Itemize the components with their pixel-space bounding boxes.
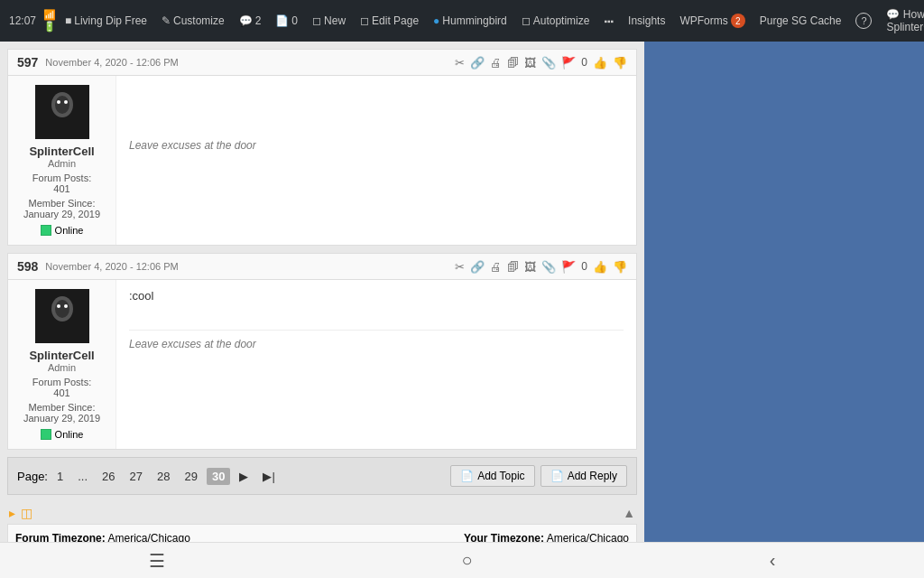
comment-bubble-icon: 💬	[886, 8, 900, 21]
drafts-item[interactable]: 📄 0	[270, 0, 303, 42]
purge-sg-item[interactable]: Purge SG Cache	[754, 0, 847, 42]
thumbup-icon[interactable]: 👍	[593, 56, 607, 70]
page-27[interactable]: 27	[125, 468, 148, 485]
author-name-598[interactable]: SplinterCell	[15, 349, 108, 362]
edit-page-icon: ◻	[360, 14, 369, 27]
online-dot-597	[41, 225, 51, 236]
comment-icon: 💬	[239, 14, 253, 27]
image-icon-598[interactable]: 🖼	[524, 260, 536, 274]
post-number-598: 598	[17, 259, 38, 274]
action-buttons: 📄 Add Topic 📄 Add Reply	[450, 465, 627, 487]
add-reply-button[interactable]: 📄 Add Reply	[541, 465, 627, 487]
page-30-current[interactable]: 30	[207, 468, 230, 485]
post-date-598: November 4, 2020 - 12:06 PM	[45, 261, 178, 272]
autoptimize-icon: ◻	[522, 14, 531, 27]
print-icon[interactable]: 🖨	[490, 56, 502, 70]
hummingbird-icon: ●	[433, 14, 439, 27]
svg-point-7	[55, 300, 69, 318]
customize-item[interactable]: ✎ Customize	[156, 0, 230, 42]
page-links: Page: 1 ... 26 27 28 29 30 ▶ ▶|	[17, 468, 281, 485]
edit-page-item[interactable]: ◻ Edit Page	[355, 0, 424, 42]
attachment-icon[interactable]: 📎	[541, 56, 556, 70]
graph-icon-item[interactable]: ▪▪▪	[598, 0, 619, 42]
hummingbird-item[interactable]: ● Hummingbird	[428, 0, 513, 42]
page-26[interactable]: 26	[97, 468, 120, 485]
link-icon-598[interactable]: 🔗	[470, 260, 485, 274]
feed-icons: ▸ ◫	[9, 506, 32, 520]
thumbdown-icon-598[interactable]: 👎	[613, 260, 627, 274]
copy-icon-598[interactable]: 🗐	[507, 260, 519, 274]
post-body-598: SplinterCell Admin Forum Posts: 401 Memb…	[8, 280, 636, 449]
flag-icon[interactable]: 🚩	[561, 56, 576, 70]
svg-point-2	[55, 96, 69, 114]
feed-row: ▸ ◫ ▲	[7, 502, 637, 524]
wpforms-item[interactable]: WPForms 2	[674, 0, 750, 42]
back-icon[interactable]: ‹	[770, 550, 776, 571]
post-date-597: November 4, 2020 - 12:06 PM	[45, 57, 178, 68]
site-icon: ■	[65, 14, 71, 27]
like-count-597: 0	[581, 56, 587, 69]
insights-item[interactable]: Insights	[623, 0, 670, 42]
add-topic-button[interactable]: 📄 Add Topic	[450, 465, 534, 487]
main-layout: 597 November 4, 2020 - 12:06 PM ✂ 🔗 🖨 🗐 …	[0, 42, 924, 578]
link-icon[interactable]: 🔗	[470, 56, 485, 70]
attachment-icon-598[interactable]: 📎	[541, 260, 556, 274]
post-actions-597: ✂ 🔗 🖨 🗐 🖼 📎 🚩 0 👍 👎	[455, 56, 627, 70]
svg-point-4	[64, 100, 68, 104]
post-content-col-597: Leave excuses at the door	[116, 76, 636, 245]
flag-icon-598[interactable]: 🚩	[561, 260, 576, 274]
howdy-text: 💬 Howdy, SplinterCell	[881, 8, 924, 33]
page-28[interactable]: 28	[152, 468, 175, 485]
page-29[interactable]: 29	[179, 468, 202, 485]
print-icon-598[interactable]: 🖨	[490, 260, 502, 274]
scissors-icon[interactable]: ✂	[455, 56, 465, 70]
rss2-icon[interactable]: ◫	[21, 506, 32, 520]
pagination-bar: Page: 1 ... 26 27 28 29 30 ▶ ▶| 📄 Add To…	[7, 457, 637, 495]
svg-point-3	[57, 100, 60, 104]
author-avatar-597	[35, 85, 89, 139]
like-count-598: 0	[581, 260, 587, 273]
thumbup-icon-598[interactable]: 👍	[593, 260, 607, 274]
svg-point-8	[57, 304, 60, 308]
home-icon[interactable]: ○	[462, 550, 473, 571]
online-dot-598	[41, 429, 51, 440]
member-since-598: Member Since: January 29, 2019	[15, 402, 108, 424]
scissors-icon-598[interactable]: ✂	[455, 260, 465, 274]
forum-posts-label-597: Forum Posts: 401	[15, 172, 108, 194]
image-icon[interactable]: 🖼	[524, 56, 536, 70]
online-badge-598: Online	[15, 429, 108, 440]
online-badge-597: Online	[15, 225, 108, 236]
site-name[interactable]: ■ Living Dip Free	[60, 0, 152, 42]
copy-icon[interactable]: 🗐	[507, 56, 519, 70]
admin-bar-right: Insights WPForms 2 Purge SG Cache ? 💬 Ho…	[623, 0, 924, 42]
page-label: Page:	[17, 470, 48, 483]
menu-icon[interactable]: ☰	[149, 550, 165, 572]
new-item[interactable]: ◻ New	[307, 0, 351, 42]
post-signature-598: Leave excuses at the door	[129, 330, 624, 350]
comments-item[interactable]: 💬 2	[234, 0, 267, 42]
autoptimize-item[interactable]: ◻ Autoptimize	[516, 0, 596, 42]
post-header-598: 598 November 4, 2020 - 12:06 PM ✂ 🔗 🖨 🗐 …	[8, 254, 636, 280]
rss-icon[interactable]: ▸	[9, 506, 15, 520]
thumbdown-icon[interactable]: 👎	[613, 56, 627, 70]
svg-point-9	[64, 304, 68, 308]
page-last[interactable]: ▶|	[257, 468, 280, 485]
page-1[interactable]: 1	[51, 468, 69, 485]
post-actions-598: ✂ 🔗 🖨 🗐 🖼 📎 🚩 0 👍 👎	[455, 260, 627, 274]
scroll-top-icon[interactable]: ▲	[623, 506, 635, 520]
customize-icon: ✎	[162, 14, 171, 27]
help-item[interactable]: ?	[850, 0, 877, 42]
post-body-597: SplinterCell Admin Forum Posts: 401 Memb…	[8, 76, 636, 245]
help-icon: ?	[855, 13, 872, 29]
post-header-597: 597 November 4, 2020 - 12:06 PM ✂ 🔗 🖨 🗐 …	[8, 50, 636, 76]
add-topic-icon: 📄	[460, 470, 474, 482]
author-name-597[interactable]: SplinterCell	[15, 144, 108, 158]
post-content-col-598: :cool Leave excuses at the door	[116, 280, 636, 449]
draft-icon: 📄	[275, 14, 289, 27]
post-author-col-597: SplinterCell Admin Forum Posts: 401 Memb…	[8, 76, 116, 245]
admin-bar: 12:07 📶 🔋 ■ Living Dip Free ✎ Customize …	[0, 0, 924, 42]
page-next[interactable]: ▶	[234, 468, 254, 485]
post-text-598: :cool	[129, 289, 624, 303]
right-sidebar	[644, 42, 924, 578]
post-598: 598 November 4, 2020 - 12:06 PM ✂ 🔗 🖨 🗐 …	[7, 253, 637, 450]
